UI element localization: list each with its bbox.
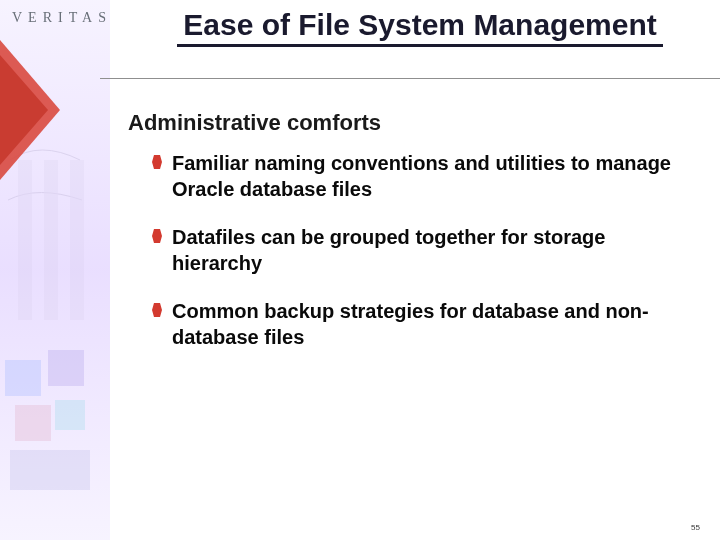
list-item-text: Familiar naming conventions and utilitie… xyxy=(172,150,690,202)
logo: VERITAS xyxy=(12,10,112,26)
bullet-icon xyxy=(152,229,162,243)
list-item: Familiar naming conventions and utilitie… xyxy=(152,150,690,202)
svg-rect-8 xyxy=(15,405,51,441)
svg-marker-13 xyxy=(152,303,162,317)
list-item-text: Common backup strategies for database an… xyxy=(172,298,690,350)
list-item: Datafiles can be grouped together for st… xyxy=(152,224,690,276)
bullet-icon xyxy=(152,155,162,169)
svg-marker-11 xyxy=(152,155,162,169)
sidebar-art xyxy=(0,0,110,540)
slide-title: Ease of File System Management xyxy=(177,8,663,47)
logo-text: VERITAS xyxy=(12,10,112,25)
svg-rect-2 xyxy=(44,160,58,320)
bullet-list: Familiar naming conventions and utilitie… xyxy=(152,150,690,372)
list-item-text: Datafiles can be grouped together for st… xyxy=(172,224,690,276)
svg-rect-7 xyxy=(48,350,84,386)
svg-rect-6 xyxy=(5,360,41,396)
list-item: Common backup strategies for database an… xyxy=(152,298,690,350)
svg-marker-12 xyxy=(152,229,162,243)
page-number: 55 xyxy=(691,523,700,532)
svg-rect-3 xyxy=(70,160,84,320)
section-heading: Administrative comforts xyxy=(128,110,381,136)
bullet-icon xyxy=(152,303,162,317)
horizontal-rule xyxy=(100,78,720,79)
svg-rect-10 xyxy=(10,450,90,490)
svg-rect-9 xyxy=(55,400,85,430)
svg-rect-1 xyxy=(18,160,32,320)
title-container: Ease of File System Management xyxy=(120,8,720,47)
